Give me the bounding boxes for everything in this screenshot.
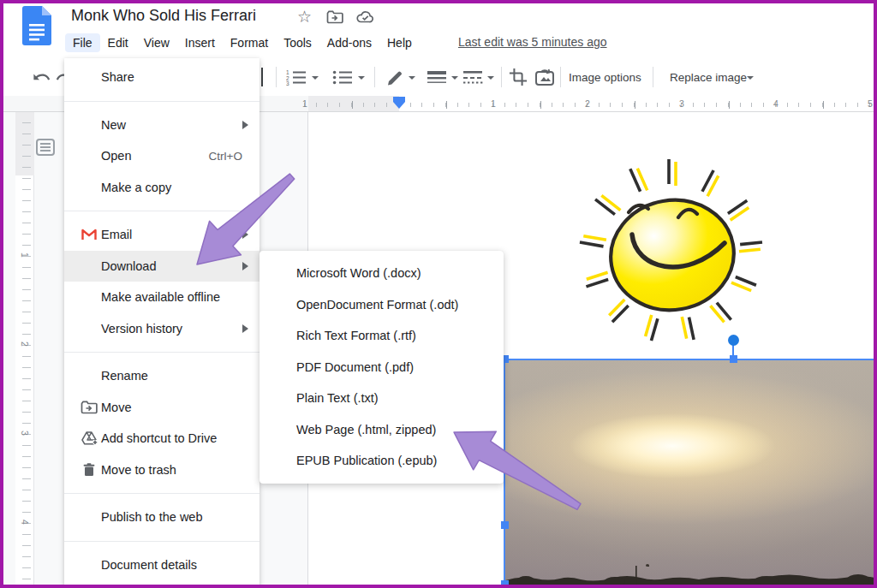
menu-item-version-history[interactable]: Version history [64,313,260,345]
shortcut-label: Ctrl+O [209,150,242,163]
menu-item-move[interactable]: Move [64,392,260,424]
ruler-number: 5 [865,98,875,109]
menu-item-email[interactable]: Email [64,219,260,251]
menu-addons[interactable]: Add-ons [319,33,379,52]
file-menu-panel: Share New OpenCtrl+O Make a copy Email D… [64,58,260,588]
download-submenu-panel: Microsoft Word (.docx) OpenDocument Form… [260,251,504,484]
sunset-photo-image[interactable] [504,359,877,588]
line-weight-caret[interactable] [451,76,458,80]
drive-add-icon [81,430,98,447]
menu-edit[interactable]: Edit [100,33,136,52]
submenu-arrow-icon [242,121,248,129]
menu-view[interactable]: View [136,33,177,52]
google-docs-window: Monk Who Sold His Ferrari ☆ File Edit Vi… [0,0,877,588]
bulleted-list-icon[interactable] [332,69,353,86]
submenu-item-docx[interactable]: Microsoft Word (.docx) [260,258,504,289]
toolbar-divider [501,67,502,87]
move-folder-icon[interactable] [326,9,343,25]
text-cursor-mark [261,68,263,86]
image-options-button[interactable]: Image options [569,71,641,84]
bulleted-list-caret[interactable] [358,76,365,80]
submenu-item-txt[interactable]: Plain Text (.txt) [260,383,504,414]
ruler-number: 2 [582,98,593,109]
cloud-saved-icon[interactable] [356,9,374,24]
submenu-arrow-icon [242,230,248,239]
move-folder-icon [81,399,98,416]
rotate-handle[interactable] [728,335,739,346]
replace-image-button[interactable]: Replace image [670,71,747,84]
submenu-arrow-icon [242,262,248,270]
menu-bar: File Edit View Insert Format Tools Add-o… [65,33,420,53]
treeline-silhouette [505,561,877,588]
toolbar-divider [560,67,561,87]
menu-item-new[interactable]: New [64,110,260,141]
vertical-ruler: 1 2 3 4 [15,112,34,588]
resize-handle-top-center[interactable] [730,355,737,363]
toolbar-divider [374,67,375,87]
menu-file[interactable]: File [65,33,100,52]
submenu-item-odt[interactable]: OpenDocument Format (.odt) [260,289,504,321]
ruler-number: 4 [771,98,781,109]
submenu-item-rtf[interactable]: Rich Text Format (.rtf) [260,320,504,352]
last-edit-link[interactable]: Last edit was 5 minutes ago [458,35,607,49]
document-outline-icon[interactable] [36,139,55,156]
menu-divider [64,541,260,542]
menu-insert[interactable]: Insert [177,33,223,52]
pen-caret[interactable] [409,76,415,80]
menu-divider [64,101,260,102]
vruler-number: 4 [20,520,30,530]
menu-help[interactable]: Help [379,33,420,52]
left-indent-marker[interactable] [393,102,405,109]
menu-item-open[interactable]: OpenCtrl+O [64,140,260,172]
menu-divider [64,211,260,211]
gmail-icon [81,226,98,243]
ruler-number: 1 [300,98,310,109]
menu-item-rename[interactable]: Rename [64,360,260,392]
submenu-item-html-zipped[interactable]: Web Page (.html, zipped) [260,414,504,446]
border-dash-caret[interactable] [487,76,494,80]
menu-divider [64,352,260,353]
numbered-list-icon[interactable]: 123 [286,69,307,86]
menu-item-document-details[interactable]: Document details [64,549,260,581]
vruler-number: 3 [20,431,30,441]
submenu-item-pdf[interactable]: PDF Document (.pdf) [260,352,504,383]
replace-image-caret[interactable] [747,76,754,80]
menu-item-make-available-offline[interactable]: Make available offline [64,282,260,313]
menu-format[interactable]: Format [223,33,276,52]
line-weight-icon[interactable] [427,70,447,85]
submenu-arrow-icon [242,324,248,333]
vruler-number: 2 [20,342,30,352]
numbered-list-caret[interactable] [312,76,319,80]
menu-item-publish-to-the-web[interactable]: Publish to the web [64,502,260,533]
undo-icon[interactable] [33,68,51,86]
pen-color-icon[interactable] [385,68,404,86]
resize-handle-left-middle[interactable] [501,521,509,529]
ruler-number: 3 [677,98,687,109]
vruler-number: 1 [20,252,30,263]
trash-icon [81,461,98,478]
toolbar-divider [276,67,277,87]
google-docs-logo-icon[interactable] [22,6,51,45]
border-dash-icon[interactable] [462,70,483,85]
toolbar-divider [653,67,653,87]
menu-divider [64,493,260,494]
submenu-item-epub[interactable]: EPUB Publication (.epub) [260,445,504,477]
menu-item-make-a-copy[interactable]: Make a copy [64,172,260,204]
sun-clipart-image[interactable] [557,156,786,354]
menu-item-share[interactable]: Share [64,62,260,93]
menu-item-download[interactable]: Download [64,251,260,282]
document-title[interactable]: Monk Who Sold His Ferrari [71,7,256,25]
menu-item-move-to-trash[interactable]: Move to trash [64,454,260,486]
replace-image-mask-icon[interactable] [534,68,555,86]
menu-item-add-shortcut-to-drive[interactable]: Add shortcut to Drive [64,423,260,454]
resize-handle-bottom-left[interactable] [501,580,509,588]
crop-icon[interactable] [509,68,528,86]
menu-tools[interactable]: Tools [276,33,319,52]
ruler-number: 1 [488,98,498,109]
star-icon[interactable]: ☆ [297,7,312,27]
svg-text:3: 3 [286,80,289,86]
